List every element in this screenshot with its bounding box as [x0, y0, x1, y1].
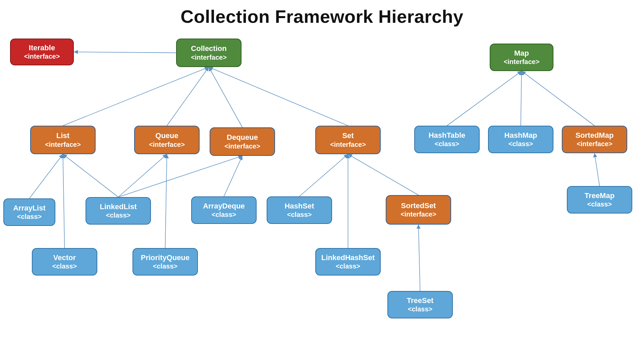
node-map-stereotype: <interface> — [504, 58, 540, 66]
node-treemap-stereotype: <class> — [587, 200, 612, 208]
node-hashset-stereotype: <class> — [287, 210, 312, 219]
diagram-canvas: Collection Framework Hierarchy Iterable<… — [0, 0, 644, 362]
node-queue: Queue<interface> — [134, 126, 200, 154]
node-collection-name: Collection — [191, 44, 226, 53]
node-queue-name: Queue — [155, 131, 178, 140]
node-hashmap: HashMap<class> — [488, 126, 553, 153]
node-hashtable-stereotype: <class> — [435, 140, 459, 148]
node-hashmap-name: HashMap — [504, 131, 537, 140]
edge-arraydeque-to-dequeue — [224, 156, 243, 196]
node-collection-stereotype: <interface> — [191, 53, 227, 62]
node-arraylist: ArrayList<class> — [3, 198, 55, 226]
edge-treeset-to-sortedset — [419, 225, 420, 291]
edge-sortedset-to-set — [348, 154, 419, 195]
node-treemap-name: TreeMap — [585, 191, 614, 200]
node-hashtable: HashTable<class> — [414, 126, 480, 153]
edge-sortedmap-to-map — [522, 71, 595, 126]
node-hashset-name: HashSet — [284, 201, 314, 211]
node-map: Map<interface> — [490, 44, 553, 71]
node-list-stereotype: <interface> — [45, 140, 81, 149]
node-iterable-name: Iterable — [29, 43, 55, 53]
node-treeset-name: TreeSet — [407, 296, 434, 305]
node-sortedset-name: SortedSet — [401, 201, 436, 210]
edge-linkedlist-to-queue — [118, 154, 167, 197]
node-linkedlist: LinkedList<class> — [86, 197, 151, 225]
node-arraydeque-name: ArrayDeque — [203, 201, 245, 211]
node-priorityqueue-name: PriorityQueue — [141, 253, 190, 262]
node-arraydeque: ArrayDeque<class> — [191, 196, 257, 224]
node-sortedset: SortedSet<interface> — [386, 195, 451, 225]
edge-arraylist-to-list — [30, 154, 63, 198]
node-collection: Collection<interface> — [176, 39, 241, 67]
diagram-title: Collection Framework Hierarchy — [0, 6, 644, 27]
node-linkedlist-stereotype: <class> — [106, 211, 130, 220]
edge-treemap-to-sortedmap — [595, 153, 600, 186]
node-linkedhashset-stereotype: <class> — [336, 262, 360, 270]
node-treeset: TreeSet<class> — [387, 291, 453, 318]
node-iterable: Iterable<interface> — [10, 39, 74, 65]
node-sortedmap-stereotype: <interface> — [577, 140, 612, 148]
node-linkedhashset: LinkedHashSet<class> — [315, 248, 381, 276]
node-list-name: List — [56, 131, 69, 140]
edge-list-to-collection — [63, 67, 209, 126]
node-hashtable-name: HashTable — [429, 131, 466, 140]
node-sortedset-stereotype: <interface> — [400, 210, 436, 219]
node-hashmap-stereotype: <class> — [508, 140, 533, 148]
node-vector: Vector<class> — [32, 248, 97, 276]
node-dequeue: Dequeue<interface> — [210, 127, 275, 156]
node-hashset: HashSet<class> — [267, 196, 332, 224]
node-arraylist-name: ArrayList — [13, 203, 46, 213]
edge-linkedlist-to-list — [63, 154, 118, 197]
edge-linkedlist-to-dequeue — [118, 156, 243, 197]
node-list: List<interface> — [30, 126, 96, 154]
node-vector-name: Vector — [53, 253, 76, 262]
node-linkedhashset-name: LinkedHashSet — [321, 253, 375, 262]
edge-priorityqueue-to-queue — [165, 154, 167, 248]
node-arraylist-stereotype: <class> — [17, 213, 42, 221]
node-dequeue-stereotype: <interface> — [224, 142, 260, 150]
node-vector-stereotype: <class> — [52, 262, 77, 270]
node-sortedmap-name: SortedMap — [576, 131, 614, 140]
edge-hashmap-to-map — [521, 71, 522, 126]
node-queue-stereotype: <interface> — [149, 140, 185, 149]
node-treemap: TreeMap<class> — [567, 186, 632, 214]
node-priorityqueue-stereotype: <class> — [153, 262, 177, 270]
edge-dequeue-to-collection — [209, 67, 243, 127]
node-linkedlist-name: LinkedList — [100, 202, 137, 212]
node-dequeue-name: Dequeue — [227, 133, 258, 142]
node-set-name: Set — [342, 131, 354, 140]
edge-hashtable-to-map — [447, 71, 522, 126]
edge-queue-to-collection — [167, 67, 209, 126]
node-map-name: Map — [514, 49, 529, 58]
node-iterable-stereotype: <interface> — [24, 52, 60, 61]
edge-collection-to-iterable — [74, 52, 176, 53]
node-arraydeque-stereotype: <class> — [212, 210, 236, 219]
node-set: Set<interface> — [315, 126, 381, 154]
edge-hashset-to-set — [300, 154, 348, 196]
edge-set-to-collection — [209, 67, 348, 126]
edge-vector-to-list — [63, 154, 65, 248]
node-set-stereotype: <interface> — [330, 140, 366, 149]
node-sortedmap: SortedMap<interface> — [562, 126, 627, 153]
node-priorityqueue: PriorityQueue<class> — [132, 248, 198, 276]
node-treeset-stereotype: <class> — [408, 305, 432, 313]
